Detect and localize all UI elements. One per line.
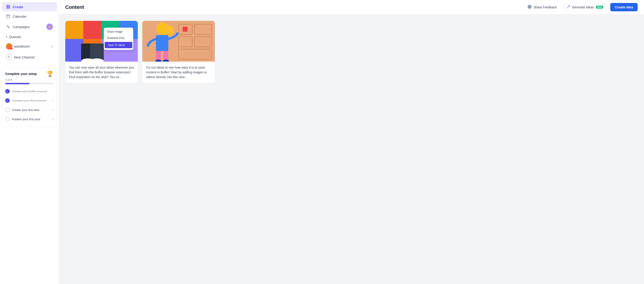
chart-icon xyxy=(6,24,10,29)
channel-name: wandeturer xyxy=(14,45,30,48)
setup-steps: Create your Buffer account Connect your … xyxy=(5,86,54,124)
svg-point-32 xyxy=(156,22,169,35)
step-label-first-channel: Connect your first channel xyxy=(12,99,46,102)
channel-left: wandeturer xyxy=(6,43,30,50)
step-check-pending xyxy=(5,117,10,121)
speech-bubble-icon xyxy=(528,5,532,9)
channel-avatar-wrapper xyxy=(6,43,12,50)
sidebar-item-create[interactable]: Create xyxy=(2,2,57,11)
trophy-icon: 🏆 xyxy=(47,71,54,77)
svg-rect-2 xyxy=(6,7,8,8)
card-image-1: Share Image Schedule Post Save To Ideas xyxy=(65,21,138,62)
beta-badge: Beta xyxy=(596,6,603,8)
create-idea-label: Create Idea xyxy=(615,5,633,9)
card-body-1: You can now save all your ideas wherever… xyxy=(65,62,138,83)
setup-card: Complete your setup 🏆 2 of 4 Create your… xyxy=(2,67,57,127)
svg-line-10 xyxy=(567,5,570,8)
step-label-first-idea: Create your first idea xyxy=(12,108,40,112)
sidebar-item-campaigns[interactable]: Campaigns ⚡ xyxy=(2,21,57,32)
queues-section-header[interactable]: ▾ Queues xyxy=(2,33,57,41)
cards-grid: Share Image Schedule Post Save To Ideas … xyxy=(65,21,638,83)
card-body-2: Try out Ideas to see how easy it is to s… xyxy=(142,62,215,83)
setup-header: Complete your setup 🏆 xyxy=(5,71,54,77)
queues-label: Queues xyxy=(9,35,21,39)
step-left: Connect your first channel xyxy=(5,98,46,103)
setup-step-first-idea[interactable]: Create your first idea › xyxy=(5,105,54,114)
svg-rect-14 xyxy=(65,21,84,39)
content-card-1: Share Image Schedule Post Save To Ideas … xyxy=(65,21,138,83)
svg-rect-15 xyxy=(84,21,102,39)
svg-rect-4 xyxy=(6,15,10,18)
main-content: Content Share Feedback Generate Ideas xyxy=(59,0,644,284)
chevron-right-icon: › xyxy=(52,108,54,112)
svg-point-9 xyxy=(528,5,531,8)
pencil-icon xyxy=(6,4,10,9)
step-check-pending xyxy=(5,108,10,112)
setup-step-buffer-account[interactable]: Create your Buffer account xyxy=(5,86,54,96)
svg-rect-18 xyxy=(65,39,84,62)
progress-bar-background xyxy=(5,83,54,84)
sidebar-item-create-label: Create xyxy=(13,5,23,9)
step-label-first-post: Publish your first post xyxy=(12,118,40,121)
plus-icon: + xyxy=(6,54,12,60)
page-title: Content xyxy=(65,4,84,10)
new-channel-button[interactable]: + New Channel xyxy=(2,52,57,62)
card-text-1: You can now save all your ideas wherever… xyxy=(69,65,134,79)
topbar: Content Share Feedback Generate Ideas xyxy=(59,0,644,14)
card-image-2 xyxy=(142,21,215,62)
setup-step-first-channel[interactable]: Connect your first channel › xyxy=(5,96,54,105)
share-feedback-button[interactable]: Share Feedback xyxy=(525,3,560,11)
setup-title: Complete your setup xyxy=(5,72,37,76)
channel-count: 0 xyxy=(51,45,53,48)
wand-icon xyxy=(566,5,570,9)
popup-save-to-ideas[interactable]: Save To Ideas xyxy=(105,42,132,48)
card-text-2: Try out Ideas to see how easy it is to s… xyxy=(146,65,211,79)
create-idea-button[interactable]: Create Idea xyxy=(610,3,638,11)
sidebar: Create Calendar Campaigns ⚡ xyxy=(0,0,59,284)
chevron-down-icon: ▾ xyxy=(6,35,7,38)
step-left: Create your first idea xyxy=(5,108,40,112)
step-label-buffer-account: Create your Buffer account xyxy=(12,90,47,93)
chevron-right-icon: › xyxy=(52,99,54,102)
sidebar-nav: Create Calendar Campaigns ⚡ xyxy=(0,0,59,64)
setup-progress-text: 2 of 4 xyxy=(5,78,54,81)
content-card-2: Try out Ideas to see how easy it is to s… xyxy=(142,21,215,83)
popup-share-image[interactable]: Share Image xyxy=(104,28,133,35)
step-check-done xyxy=(5,98,10,103)
step-check-done xyxy=(5,89,10,93)
svg-rect-1 xyxy=(8,5,10,6)
svg-rect-31 xyxy=(183,27,188,32)
pinterest-badge xyxy=(10,47,13,50)
generate-ideas-label: Generate Ideas xyxy=(572,5,594,9)
sidebar-item-calendar-label: Calendar xyxy=(13,14,26,18)
svg-rect-0 xyxy=(6,5,8,6)
svg-rect-33 xyxy=(156,35,168,51)
calendar-icon xyxy=(6,14,10,18)
topbar-actions: Share Feedback Generate Ideas Beta Creat… xyxy=(525,3,638,11)
sidebar-item-campaigns-label: Campaigns xyxy=(13,25,30,29)
card-popup-menu: Share Image Schedule Post Save To Ideas xyxy=(104,28,133,50)
lightning-badge: ⚡ xyxy=(46,23,53,30)
progress-bar-fill xyxy=(5,83,30,84)
popup-schedule-post[interactable]: Schedule Post xyxy=(104,35,133,41)
new-channel-label: New Channel xyxy=(14,55,34,59)
sidebar-item-calendar[interactable]: Calendar xyxy=(2,12,57,21)
content-area: Share Image Schedule Post Save To Ideas … xyxy=(59,14,644,284)
share-feedback-label: Share Feedback xyxy=(534,5,557,9)
setup-step-first-post[interactable]: Publish your first post › xyxy=(5,114,54,124)
channel-item-wandeturer[interactable]: wandeturer 0 xyxy=(2,41,57,51)
chevron-right-icon: › xyxy=(52,117,54,121)
svg-rect-3 xyxy=(8,7,10,8)
step-left: Create your Buffer account xyxy=(5,89,47,93)
generate-ideas-button[interactable]: Generate Ideas Beta xyxy=(563,3,606,11)
step-left: Publish your first post xyxy=(5,117,40,121)
